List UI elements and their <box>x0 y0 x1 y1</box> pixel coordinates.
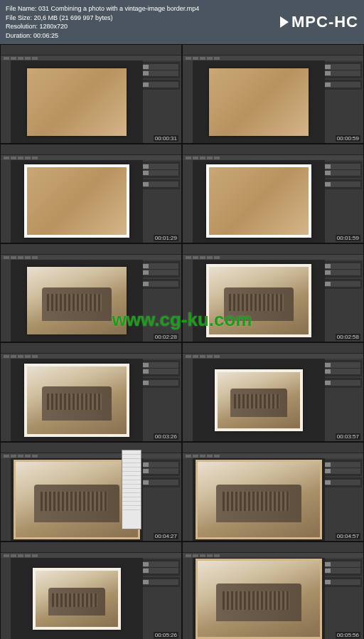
photoshop-ui <box>1 542 181 639</box>
canvas-image <box>206 264 311 337</box>
canvas-image <box>209 68 309 136</box>
photoshop-ui <box>183 443 363 541</box>
photoshop-ui <box>1 45 181 143</box>
timestamp: 00:04:27 <box>154 533 178 539</box>
canvas-image <box>215 369 302 431</box>
thumbnail-cell[interactable]: 00:03:57 <box>182 342 364 442</box>
ps-titlebar <box>1 45 181 56</box>
file-info: File Name: 031 Combining a photo with a … <box>6 4 199 40</box>
timestamp: 00:00:59 <box>336 135 360 142</box>
thumbnail-cell[interactable]: 00:04:27 <box>0 442 182 542</box>
photoshop-ui <box>1 244 181 342</box>
thumbnail-cell[interactable]: 00:05:26 <box>0 542 182 639</box>
timestamp: 00:04:57 <box>336 533 360 539</box>
photoshop-ui <box>1 343 181 441</box>
thumbnail-cell[interactable]: 00:05:56 <box>182 542 364 639</box>
photoshop-ui <box>183 45 363 143</box>
photoshop-ui <box>183 244 363 342</box>
timestamp: 00:01:29 <box>154 235 178 241</box>
header: File Name: 031 Combining a photo with a … <box>0 0 364 44</box>
ps-panels <box>139 60 181 143</box>
app-logo: MPC-HC <box>280 13 358 31</box>
photoshop-ui <box>1 144 181 243</box>
resolution-label: Resolution: <box>6 23 38 30</box>
photoshop-ui <box>183 144 363 243</box>
play-icon <box>280 16 289 28</box>
timestamp: 00:02:58 <box>336 334 360 340</box>
thumbnail-cell[interactable]: 00:04:57 <box>182 442 364 542</box>
timestamp: 00:00:31 <box>154 135 178 142</box>
canvas-image <box>206 164 311 238</box>
file-name-label: File Name: <box>6 5 37 12</box>
timestamp: 00:05:26 <box>154 632 178 638</box>
canvas-image <box>24 164 129 238</box>
timestamp: 00:05:56 <box>336 632 360 638</box>
timestamp: 00:03:57 <box>336 433 360 440</box>
ps-toolbar <box>1 60 11 143</box>
thumbnail-cell[interactable]: 00:00:31 <box>0 44 182 144</box>
dropdown-menu[interactable] <box>122 450 141 529</box>
thumbnail-cell[interactable]: 00:02:28 <box>0 243 182 343</box>
timestamp: 00:03:26 <box>154 433 178 440</box>
resolution: 1280x720 <box>40 23 68 30</box>
canvas-image <box>27 68 127 136</box>
photoshop-ui <box>1 443 181 541</box>
thumbnail-cell[interactable]: 00:00:59 <box>182 44 364 144</box>
duration-label: Duration: <box>6 32 32 39</box>
file-name: 031 Combining a photo with a vintage-ima… <box>38 5 199 12</box>
thumbnail-cell[interactable]: 00:01:29 <box>0 144 182 243</box>
canvas-image <box>24 364 129 437</box>
file-size-label: File Size: <box>6 14 32 21</box>
thumbnail-grid: 00:00:31 00:00:59 00:01:29 00:01:59 <box>0 44 364 639</box>
canvas-image <box>33 568 120 630</box>
photoshop-ui <box>183 343 363 441</box>
photoshop-ui <box>183 542 363 639</box>
canvas-image <box>196 559 321 638</box>
canvas-image <box>27 267 127 334</box>
canvas-image <box>14 460 139 539</box>
logo-text: MPC-HC <box>291 13 358 31</box>
thumbnail-cell[interactable]: 00:03:26 <box>0 342 182 442</box>
timestamp: 00:02:28 <box>154 334 178 340</box>
thumbnail-cell[interactable]: 00:02:58 <box>182 243 364 343</box>
canvas-image <box>196 460 321 539</box>
file-size: 20,6 MB (21 699 997 bytes) <box>34 14 113 21</box>
thumbnail-cell[interactable]: 00:01:59 <box>182 144 364 243</box>
duration: 00:06:25 <box>33 32 58 39</box>
timestamp: 00:01:59 <box>336 235 360 241</box>
ps-canvas <box>11 60 143 143</box>
